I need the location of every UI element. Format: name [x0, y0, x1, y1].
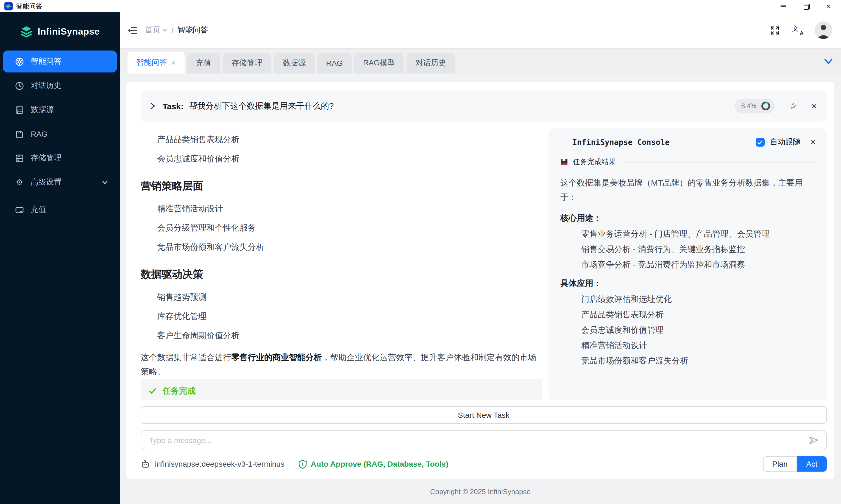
sidebar-item-settings[interactable]: ⚙ 高级设置: [3, 171, 117, 193]
sidebar-item-label: 存储管理: [31, 153, 62, 163]
close-task-icon[interactable]: ×: [811, 101, 817, 111]
sidebar-item-label: 数据源: [31, 105, 54, 115]
console-intro: 这个数据集是美妆品牌（MT品牌）的零售业务分析数据集，主要用于：: [560, 176, 816, 204]
fullscreen-button[interactable]: [769, 24, 781, 36]
sidebar-item-history[interactable]: 对话历史: [3, 75, 117, 97]
chevron-down-icon: [100, 178, 109, 187]
act-mode-button[interactable]: Act: [797, 456, 827, 472]
console-list-item: 销售交易分析 - 消费行为、关键业务指标监控: [581, 244, 816, 254]
avatar[interactable]: [814, 21, 832, 39]
tab-datasource[interactable]: 数据源: [274, 53, 314, 74]
sidebar-item-storage[interactable]: 存储管理: [3, 147, 117, 169]
tab-label: RAG模型: [363, 58, 395, 68]
main-area: 首页 / 智能问答 文 A: [120, 12, 841, 504]
tab-qa[interactable]: 智能问答 ×: [127, 52, 184, 74]
clock-icon: [15, 81, 24, 90]
auto-follow-label: 自动跟随: [770, 137, 801, 147]
copyright-text: Copyright © 2025 InfiniSynapse: [430, 487, 531, 496]
console-list-item: 零售业务运营分析 - 门店管理、产品管理、会员管理: [581, 228, 816, 239]
tab-label: 存储管理: [231, 58, 262, 68]
auto-approve-label: Auto Approve (RAG, Database, Tools): [311, 460, 449, 468]
message-input[interactable]: [149, 436, 807, 445]
tab-label: RAG: [326, 59, 343, 68]
minimize-button[interactable]: [779, 2, 787, 10]
divider: [625, 162, 816, 162]
close-tab-icon[interactable]: ×: [171, 58, 176, 67]
tabs-dropdown-icon[interactable]: [821, 54, 836, 68]
plan-mode-button[interactable]: Plan: [763, 456, 797, 472]
tab-history[interactable]: 对话历史: [407, 53, 455, 74]
content-area: Task: 帮我分析下这个数据集是用来干什么的? 8.4% ☆: [120, 74, 841, 479]
translate-button[interactable]: 文 A: [792, 24, 804, 36]
message-bar: [141, 430, 827, 450]
list-item: 产品品类销售表现分析: [157, 134, 542, 144]
restore-button[interactable]: [802, 2, 810, 10]
console-body[interactable]: 这个数据集是美妆品牌（MT品牌）的零售业务分析数据集，主要用于： 核心用途： 零…: [560, 176, 816, 371]
collapse-sidebar-icon[interactable]: [127, 25, 137, 35]
console-list-item: 精准营销活动设计: [581, 340, 816, 350]
section-heading: 数据驱动决策: [141, 267, 542, 282]
expand-task-icon[interactable]: [148, 102, 157, 110]
save-icon: [15, 129, 24, 139]
sidebar-item-label: 充值: [31, 205, 46, 215]
tab-storage[interactable]: 存储管理: [223, 53, 271, 74]
breadcrumb-separator: /: [171, 26, 174, 35]
list-item: 精准营销活动设计: [157, 203, 542, 214]
send-icon[interactable]: [807, 434, 820, 446]
console-title: InfiniSynapse Console: [572, 138, 670, 147]
close-console-icon[interactable]: ×: [810, 138, 816, 147]
caret-down-icon: [162, 28, 168, 33]
check-icon: [148, 386, 157, 395]
database-icon: [15, 105, 24, 114]
sidebar-item-rag[interactable]: RAG: [3, 123, 117, 145]
brand-name: InfiniSynapse: [38, 26, 100, 37]
footer: Copyright © 2025 InfiniSynapse: [120, 479, 841, 504]
sidebar-item-label: 高级设置: [31, 177, 62, 187]
floppy-disk-icon: [560, 158, 568, 166]
list-item: 库存优化管理: [157, 311, 542, 321]
robot-icon: [141, 459, 150, 469]
task-status-bar: 任务完成: [141, 379, 542, 400]
tab-label: 数据源: [283, 58, 306, 68]
console-heading: 核心用途：: [560, 213, 816, 223]
page-header: 首页 / 智能问答 文 A: [120, 12, 841, 48]
tab-rag[interactable]: RAG: [317, 53, 352, 74]
breadcrumb-home[interactable]: 首页: [145, 25, 168, 35]
sidebar-item-datasource[interactable]: 数据源: [3, 99, 117, 121]
tab-strip: 智能问答 × 充值 存储管理 数据源 RAG RAG模型 对话历史: [120, 48, 841, 74]
console-list-item: 会员忠诚度和价值管理: [581, 324, 816, 335]
sidebar-item-qa[interactable]: 智能问答: [3, 51, 117, 72]
tab-recharge[interactable]: 充值: [187, 53, 220, 74]
breadcrumb: 首页 / 智能问答: [145, 25, 208, 35]
model-name[interactable]: infinisynapse:deepseek-v3-1-terminus: [155, 460, 284, 468]
sidebar-item-recharge[interactable]: 充值: [3, 199, 117, 221]
section-heading: 营销策略层面: [141, 179, 542, 193]
sidebar-item-label: 对话历史: [31, 81, 62, 91]
sidebar-item-label: 智能问答: [31, 57, 62, 67]
progress-badge: 8.4%: [735, 99, 775, 113]
favorite-task-icon[interactable]: ☆: [789, 102, 797, 110]
close-window-button[interactable]: ×: [825, 2, 832, 10]
titlebar: 智能问答 ×: [0, 0, 841, 12]
progress-percent: 8.4%: [741, 102, 756, 110]
console-heading: 具体应用：: [560, 278, 816, 289]
tab-rag-model[interactable]: RAG模型: [354, 53, 404, 74]
console-list-item: 门店绩效评估和选址优化: [581, 294, 816, 304]
progress-ring-icon: [760, 101, 770, 111]
task-text: 帮我分析下这个数据集是用来干什么的?: [189, 101, 334, 111]
list-item: 客户生命周期价值分析: [157, 330, 542, 340]
console-list-item: 竞品市场份额和客户流失分析: [581, 355, 816, 366]
start-new-task-button[interactable]: Start New Task: [141, 406, 827, 424]
auto-approve[interactable]: Auto Approve (RAG, Database, Tools): [298, 459, 449, 469]
tab-label: 充值: [196, 58, 211, 68]
mode-switch: Plan Act: [763, 456, 827, 472]
credit-card-icon: [15, 205, 24, 214]
console-panel: InfiniSynapse Console 自动跟随 ×: [549, 128, 827, 400]
sidebar: InfiniSynapse 智能问答 对话历史: [0, 12, 120, 504]
task-label: Task:: [163, 101, 183, 111]
chat-transcript[interactable]: 产品品类销售表现分析 会员忠诚度和价值分析 营销策略层面 精准营销活动设计 会员…: [141, 128, 542, 400]
list-item: 会员忠诚度和价值分析: [157, 153, 542, 164]
status-text: 任务完成: [163, 386, 196, 396]
window-title: 智能问答: [16, 1, 42, 11]
auto-follow-checkbox[interactable]: [756, 138, 764, 147]
